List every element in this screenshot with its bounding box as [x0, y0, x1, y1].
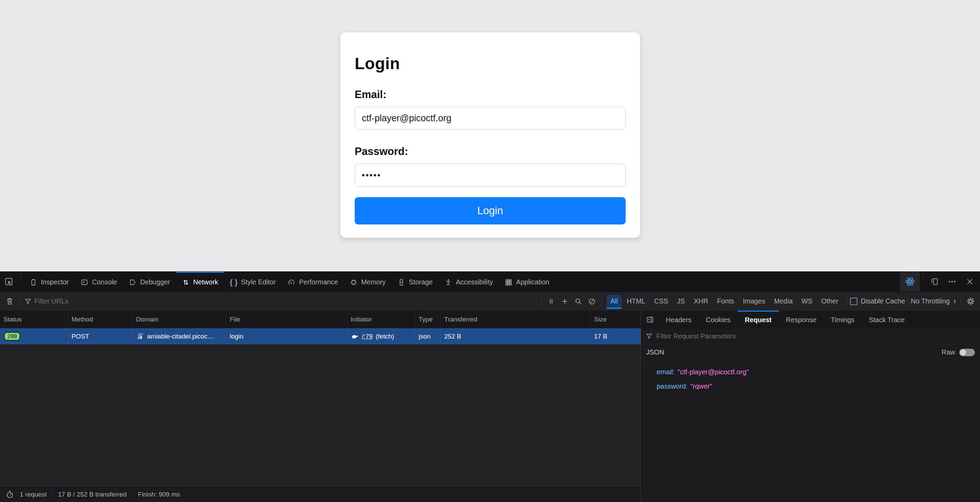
- divider: [21, 272, 21, 283]
- request-size-cell: 17 B: [590, 328, 641, 344]
- type-filter-ws[interactable]: WS: [798, 295, 816, 308]
- column-header-initiator[interactable]: Initiator: [347, 311, 415, 328]
- tab-cookies[interactable]: Cookies: [699, 311, 738, 328]
- close-devtools-button[interactable]: [961, 272, 978, 292]
- filter-urls-input[interactable]: [34, 297, 539, 305]
- column-header-file[interactable]: File: [226, 311, 347, 328]
- tab-storage[interactable]: Storage: [391, 272, 438, 292]
- tab-performance[interactable]: Performance: [282, 272, 344, 292]
- login-button[interactable]: Login: [355, 197, 626, 225]
- type-filter-other[interactable]: Other: [818, 295, 842, 308]
- type-filter-all[interactable]: All: [606, 295, 622, 308]
- column-header-domain[interactable]: Domain: [133, 311, 226, 328]
- column-header-size[interactable]: Size: [590, 311, 641, 328]
- param-value: "ctf-player@picoctf.org": [678, 368, 749, 376]
- request-domain: amiable-citadel.picoc…: [147, 333, 214, 340]
- type-filter-pills: All HTML CSS JS XHR Fonts Images Media W…: [606, 295, 842, 308]
- param-row-email[interactable]: email: "ctf-player@picoctf.org": [641, 365, 980, 379]
- password-label: Password:: [355, 145, 626, 158]
- tab-debugger[interactable]: Debugger: [123, 272, 176, 292]
- new-request-button[interactable]: [558, 295, 571, 308]
- search-button[interactable]: [571, 295, 585, 308]
- initiator-type: (fetch): [376, 333, 394, 340]
- param-row-password[interactable]: password: "rqwer": [641, 379, 980, 394]
- tab-memory[interactable]: Memory: [344, 272, 391, 292]
- tab-label: Accessibility: [456, 278, 493, 286]
- request-transferred-cell: 252 B: [441, 328, 590, 344]
- column-header-status[interactable]: Status: [0, 311, 68, 328]
- tab-accessibility[interactable]: Accessibility: [438, 272, 499, 292]
- type-filter-fonts[interactable]: Fonts: [713, 295, 738, 308]
- type-filter-images[interactable]: Images: [739, 295, 769, 308]
- tab-response[interactable]: Response: [779, 311, 824, 328]
- type-filter-xhr[interactable]: XHR: [690, 295, 712, 308]
- tab-application[interactable]: Application: [499, 272, 555, 292]
- disable-cache-checkbox[interactable]: Disable Cache: [850, 297, 905, 305]
- filter-request-parameters-input[interactable]: [656, 332, 975, 340]
- search-icon: [574, 297, 582, 306]
- pick-element-button[interactable]: [0, 272, 18, 292]
- password-input[interactable]: [355, 164, 626, 186]
- tab-request[interactable]: Request: [738, 311, 779, 328]
- request-table-header: Status Method Domain File Initiator Type…: [0, 311, 641, 328]
- network-status-bar: 1 request 17 B / 252 B transferred Finis…: [0, 486, 641, 502]
- tab-label: Storage: [409, 278, 433, 286]
- disable-cache-label: Disable Cache: [861, 297, 905, 305]
- request-type-cell: json: [415, 328, 441, 344]
- tab-network[interactable]: Network: [176, 272, 224, 292]
- gear-icon: [966, 296, 975, 306]
- tab-timings[interactable]: Timings: [824, 311, 862, 328]
- more-options-button[interactable]: [943, 272, 961, 292]
- raw-toggle-label: Raw: [942, 348, 955, 356]
- type-filter-js[interactable]: JS: [673, 295, 689, 308]
- pause-updates-button[interactable]: [544, 295, 558, 308]
- network-toolbar: All HTML CSS JS XHR Fonts Images Media W…: [0, 292, 980, 311]
- divider: [961, 296, 961, 307]
- request-list-empty-area: [0, 344, 641, 486]
- divider: [908, 296, 908, 307]
- tab-headers[interactable]: Headers: [659, 311, 699, 328]
- react-devtools-icon: [905, 277, 915, 287]
- block-urls-button[interactable]: [585, 295, 599, 308]
- chevron-updown-icon: [952, 298, 958, 305]
- responsive-design-button[interactable]: [926, 272, 943, 292]
- tabbar-spacer: [555, 272, 900, 292]
- initiator-link[interactable]: /:79: [362, 333, 373, 340]
- details-tabbar: Headers Cookies Request Response Timings…: [641, 311, 980, 328]
- tab-label: Debugger: [140, 278, 170, 286]
- inspector-icon: [29, 278, 37, 287]
- request-params-list: email: "ctf-player@picoctf.org" password…: [641, 361, 980, 502]
- split-panel-icon: [646, 316, 654, 324]
- filter-icon: [645, 332, 653, 340]
- login-title: Login: [355, 54, 626, 73]
- debugger-icon: [129, 278, 137, 287]
- request-row[interactable]: 200 POST amiable-citadel.picoc… login: [0, 328, 641, 344]
- tab-style-editor[interactable]: { } Style Editor: [224, 272, 282, 292]
- type-filter-media[interactable]: Media: [770, 295, 796, 308]
- react-devtools-button[interactable]: [900, 272, 920, 292]
- column-header-type[interactable]: Type: [415, 311, 441, 328]
- format-label: JSON: [646, 348, 664, 356]
- divider: [923, 272, 923, 283]
- clear-requests-button[interactable]: [3, 295, 16, 308]
- responsive-design-icon: [930, 277, 939, 286]
- tab-inspector[interactable]: Inspector: [24, 272, 75, 292]
- details-filter-row: [641, 328, 980, 344]
- column-header-transferred[interactable]: Transferred: [441, 311, 590, 328]
- column-header-method[interactable]: Method: [68, 311, 133, 328]
- raw-toggle[interactable]: [959, 349, 975, 356]
- style-editor-icon: { }: [230, 278, 238, 287]
- console-icon: [80, 278, 89, 287]
- type-filter-css[interactable]: CSS: [651, 295, 672, 308]
- network-settings-button[interactable]: [964, 295, 977, 308]
- email-label: Email:: [355, 89, 626, 101]
- divider: [132, 490, 132, 499]
- split-panel-button[interactable]: [641, 311, 659, 328]
- tab-console[interactable]: Console: [75, 272, 123, 292]
- type-filter-html[interactable]: HTML: [623, 295, 649, 308]
- request-initiator-cell: /:79 (fetch): [347, 328, 415, 344]
- throttling-select[interactable]: No Throttling: [911, 297, 958, 305]
- email-input[interactable]: [355, 107, 626, 130]
- divider: [19, 296, 19, 307]
- tab-stack-trace[interactable]: Stack Trace: [862, 311, 912, 328]
